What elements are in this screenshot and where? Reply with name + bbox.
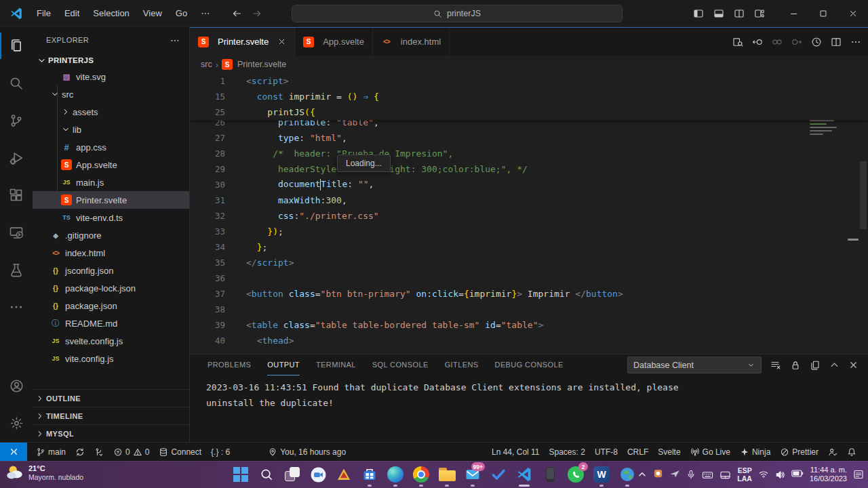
taskbar-clock[interactable]: 11:44 a. m.16/03/2023: [810, 466, 847, 483]
code-line-34[interactable]: 34 };: [190, 239, 868, 255]
clear-output-icon[interactable]: [770, 360, 781, 371]
file-item-vite.svg[interactable]: ▧vite.svg: [33, 68, 189, 85]
tray-volume-icon[interactable]: [775, 470, 785, 480]
code-line-29[interactable]: 29 headerStyle: "font-weight: 300;color:…: [190, 161, 868, 177]
status-encoding[interactable]: UTF-8: [590, 445, 623, 460]
editor-scrollbar[interactable]: [860, 161, 867, 229]
file-item-vite.config.js[interactable]: JSvite.config.js: [33, 350, 189, 367]
file-item-readme.md[interactable]: ⓘREADME.md: [33, 314, 189, 332]
menu-more[interactable]: ⋯: [194, 5, 216, 22]
code-line-25[interactable]: 25 printJS({: [190, 104, 868, 120]
code-line-32[interactable]: 32 css:"./printer.css": [190, 208, 868, 224]
weather-widget[interactable]: 21°C Mayorm. nublado: [5, 463, 83, 483]
file-item-package-lock.json[interactable]: {}package-lock.json: [33, 279, 189, 297]
panel-tab-gitlens[interactable]: GITLENS: [445, 354, 479, 375]
activity-source-control[interactable]: [0, 102, 33, 139]
tray-app-icon[interactable]: [653, 468, 663, 481]
status-language-mode[interactable]: Svelte: [653, 445, 685, 460]
activity-accounts[interactable]: [0, 367, 33, 405]
activity-extensions[interactable]: [0, 176, 33, 214]
menu-go[interactable]: Go: [169, 5, 194, 22]
taskbar-chat-icon[interactable]: [305, 461, 331, 488]
file-item-printer.svelte[interactable]: SPrinter.svelte: [33, 191, 189, 209]
explorer-more-actions-icon[interactable]: ⋯: [170, 35, 181, 45]
activity-run-debug[interactable]: [0, 139, 33, 176]
taskbar-store-icon[interactable]: [357, 461, 382, 488]
file-item-app.css[interactable]: #app.css: [33, 138, 189, 156]
maximize-button[interactable]: [808, 0, 838, 27]
activity-more-views[interactable]: [0, 288, 33, 325]
file-item-main.js[interactable]: JSmain.js: [33, 174, 189, 191]
tray-keyboard-icon[interactable]: [702, 470, 713, 480]
tray-mic-icon[interactable]: [686, 470, 696, 479]
maximize-panel-icon[interactable]: [829, 360, 840, 370]
tray-chevron-up-icon[interactable]: [637, 470, 647, 479]
activity-testing[interactable]: [0, 251, 33, 288]
taskbar-triangle-app-icon[interactable]: [331, 461, 357, 488]
menu-view[interactable]: View: [136, 5, 169, 22]
taskbar-file-explorer-icon[interactable]: [434, 461, 460, 488]
customize-layout-icon[interactable]: [754, 8, 765, 19]
split-layout-icon[interactable]: [734, 8, 745, 19]
file-item-svelte.config.js[interactable]: JSsvelte.config.js: [33, 332, 189, 350]
activity-explorer[interactable]: [0, 27, 33, 64]
file-item-assets[interactable]: assets: [33, 103, 189, 121]
file-item-jsconfig.json[interactable]: {}jsconfig.json: [33, 262, 189, 279]
status-bracket-count[interactable]: {.} : 6: [206, 445, 235, 460]
code-line-28[interactable]: 28 /* header: "Prueba de Impresion",: [190, 146, 868, 161]
command-center-search[interactable]: printerJS: [292, 5, 623, 22]
panel-tab-terminal[interactable]: TERMINAL: [316, 354, 356, 375]
taskbar-vscode-icon[interactable]: [511, 461, 537, 488]
panel-tab-debug-console[interactable]: DEBUG CONSOLE: [495, 354, 564, 375]
activity-settings[interactable]: [0, 405, 33, 442]
panel-tab-problems[interactable]: PROBLEMS: [208, 354, 251, 375]
section-outline[interactable]: OUTLINE: [33, 389, 189, 407]
code-line-39[interactable]: 39<table class="table table-bordered tab…: [190, 317, 868, 333]
taskbar-earth-app-icon[interactable]: [614, 461, 640, 488]
project-root-folder[interactable]: PRINTERJS: [33, 53, 189, 68]
file-item-.gitignore[interactable]: ◆.gitignore: [33, 226, 189, 244]
file-item-src[interactable]: src: [33, 85, 189, 103]
activity-search[interactable]: [0, 64, 33, 102]
code-line-1[interactable]: 1<script>: [190, 73, 868, 89]
status-problems[interactable]: 00: [108, 445, 154, 460]
taskbar-chrome-icon[interactable]: [408, 461, 434, 488]
close-panel-icon[interactable]: [848, 360, 859, 370]
open-output-in-editor-icon[interactable]: [810, 360, 821, 371]
minimap-slider[interactable]: [848, 239, 859, 241]
code-line-38[interactable]: 38: [190, 302, 868, 317]
status-sync[interactable]: [71, 445, 90, 460]
taskbar-check-app-icon[interactable]: [486, 461, 511, 488]
close-tab-icon[interactable]: [277, 37, 286, 46]
status-notifications[interactable]: [842, 445, 861, 460]
status-branch[interactable]: main: [31, 445, 71, 460]
status-cursor-position[interactable]: Ln 44, Col 11: [487, 445, 545, 460]
remote-indicator[interactable]: [0, 443, 27, 461]
code-line-27[interactable]: 27 type: "html",: [190, 130, 868, 146]
code-line-37[interactable]: 37<button class="btn btn-primary" on:cli…: [190, 286, 868, 302]
taskbar-task-view-icon[interactable]: [279, 461, 305, 488]
taskbar-word-icon[interactable]: W: [589, 461, 614, 488]
tray-battery-icon[interactable]: [791, 469, 804, 480]
output-channel-select[interactable]: Database Client: [627, 357, 762, 373]
status-eol[interactable]: CRLF: [623, 445, 653, 460]
taskbar-whatsapp-icon[interactable]: 2: [563, 461, 589, 488]
taskbar-mail-icon[interactable]: 99+: [460, 461, 486, 488]
notification-center-icon[interactable]: [853, 469, 864, 480]
code-line-15[interactable]: 15 const imprimir = () ⇒ {: [190, 89, 868, 104]
activity-remote-explorer[interactable]: [0, 214, 33, 251]
tray-vpn-icon[interactable]: [669, 468, 680, 481]
code-line-30[interactable]: 30 documentTitle: "",: [190, 177, 868, 192]
section-timeline[interactable]: TIMELINE: [33, 407, 189, 424]
status-blame[interactable]: You, 16 hours ago: [263, 445, 351, 460]
compare-changes-icon[interactable]: [772, 37, 783, 47]
nav-forward-icon[interactable]: [252, 8, 262, 19]
nav-back-icon[interactable]: [231, 8, 242, 19]
tab-printer.svelte[interactable]: SPrinter.svelte: [190, 28, 295, 56]
taskbar-start-icon[interactable]: [228, 461, 254, 488]
previous-change-icon[interactable]: [752, 37, 763, 47]
lock-scroll-icon[interactable]: [790, 360, 801, 371]
panel-tab-output[interactable]: OUTPUT: [267, 354, 300, 375]
status-db-connect[interactable]: Connect: [154, 445, 206, 460]
code-line-40[interactable]: 40 <thead>: [190, 333, 868, 348]
